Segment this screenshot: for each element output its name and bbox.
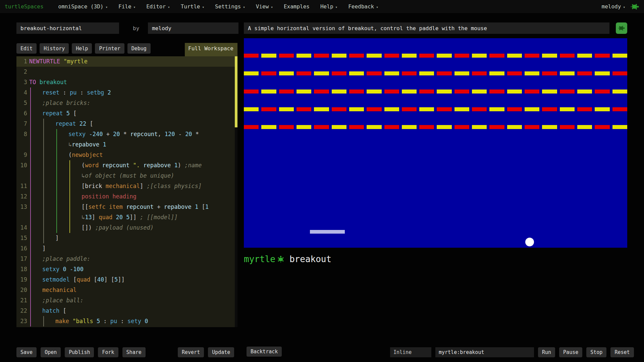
open-button[interactable]: Open: [41, 347, 61, 357]
code-line-11[interactable]: 11[brick mechanical] ;[class physics]: [16, 181, 235, 191]
pause-button[interactable]: Pause: [559, 347, 582, 357]
code-line-2[interactable]: 2: [16, 67, 235, 77]
ball: [525, 238, 534, 246]
code-line-16[interactable]: 16]: [16, 243, 235, 254]
tab-printer[interactable]: Printer: [95, 43, 124, 54]
brick: [332, 89, 346, 94]
code-line-18[interactable]: 18setxy 0 -100: [16, 264, 235, 275]
brick: [384, 54, 399, 58]
stop-button[interactable]: Stop: [586, 347, 606, 357]
code-line-1[interactable]: 1NEWTURTLE "myrtle: [16, 56, 235, 67]
brick: [332, 54, 346, 58]
by-label: by: [133, 25, 139, 32]
brick: [560, 107, 575, 111]
tab-history[interactable]: History: [40, 43, 69, 54]
brick: [437, 71, 451, 75]
chevron-down-icon: ▾: [243, 5, 245, 9]
code-line-6[interactable]: 6repeat 5 [: [16, 108, 235, 119]
code-line-5[interactable]: 5;place bricks:: [16, 98, 235, 108]
scrollbar-thumb[interactable]: [235, 56, 237, 127]
code-line-13[interactable]: 13[[setfc item repcount + repabove 1 [1↳…: [16, 202, 235, 223]
chevron-down-icon: ▾: [168, 5, 170, 9]
indent-guide: [30, 223, 31, 233]
tab-edit[interactable]: Edit: [16, 43, 37, 54]
target-procedure-input[interactable]: [435, 347, 534, 357]
code-line-10[interactable]: 10(word repcount ". repabove 1) ;name↳of…: [16, 160, 235, 181]
brick: [454, 89, 469, 94]
revert-button[interactable]: Revert: [178, 347, 204, 357]
brick: [472, 107, 487, 111]
brick: [560, 54, 575, 58]
main-menu: omniSpace (3D)▾File▾Editor▾Turtle▾Settin…: [58, 3, 378, 10]
code-line-23[interactable]: 23make "balls 5 : pu : sety 0: [16, 316, 235, 326]
project-title-input[interactable]: [16, 22, 119, 34]
wrap-arrow-icon: ↳: [82, 172, 85, 179]
tab-debug[interactable]: Debug: [127, 43, 151, 54]
menu-item-feedback[interactable]: Feedback▾: [348, 3, 378, 10]
menu-item-settings[interactable]: Settings▾: [215, 3, 245, 10]
brand-logo[interactable]: turtleSpaces: [5, 3, 44, 10]
code-line-4[interactable]: 4reset : pu : setbg 2: [16, 87, 235, 98]
menu-item-examples[interactable]: Examples: [284, 3, 310, 10]
brick: [560, 71, 575, 75]
menu-item-help[interactable]: Help▾: [320, 3, 337, 10]
indent-guide: [30, 295, 31, 306]
description-input[interactable]: [244, 22, 609, 34]
indent-guide: [43, 119, 44, 129]
reset-button[interactable]: Reset: [610, 347, 634, 357]
code-line-20[interactable]: 20mechanical: [16, 285, 235, 295]
code-line-17[interactable]: 17;place paddle:: [16, 254, 235, 264]
game-canvas[interactable]: [244, 38, 627, 248]
brick: [577, 107, 592, 111]
code-line-3[interactable]: 3TO breakout: [16, 77, 235, 87]
menu-item-editor[interactable]: Editor▾: [146, 3, 170, 10]
menu-item-omnispace-3d[interactable]: omniSpace (3D)▾: [58, 3, 108, 10]
share-button[interactable]: Share: [122, 347, 146, 357]
brick: [560, 89, 575, 94]
brick: [314, 54, 329, 58]
menu-item-turtle[interactable]: Turtle▾: [181, 3, 204, 10]
brick: [437, 125, 451, 129]
code-line-9[interactable]: 9(newobject: [16, 150, 235, 160]
backtrack-button[interactable]: Backtrack: [247, 347, 282, 357]
save-button[interactable]: Save: [16, 347, 37, 357]
brick: [332, 71, 346, 75]
menu-item-view[interactable]: View▾: [256, 3, 273, 10]
brick: [261, 125, 276, 129]
code-line-12[interactable]: 12position heading: [16, 191, 235, 202]
line-number: 2: [16, 67, 27, 77]
run-button[interactable]: Run: [538, 347, 555, 357]
brick: [349, 89, 364, 94]
user-name-label: melody: [602, 3, 621, 10]
code-line-19[interactable]: 19setmodel [quad [40] [5]]: [16, 275, 235, 285]
brick: [525, 107, 539, 111]
code-line-8[interactable]: 8setxy -240 + 20 * repcount, 120 - 20 * …: [16, 129, 235, 150]
tab-full-workspace[interactable]: Full Workspace: [185, 43, 237, 56]
indent-guide: [69, 181, 70, 191]
code-line-21[interactable]: 21;place ball:: [16, 295, 235, 306]
line-number: 12: [16, 191, 27, 202]
brick-row: [244, 107, 627, 111]
brick: [595, 71, 609, 75]
line-number: 11: [16, 181, 27, 191]
indent-guide: [56, 160, 57, 181]
code-line-7[interactable]: 7repeat 22 [: [16, 119, 235, 129]
user-menu-button[interactable]: melody▾: [602, 3, 625, 10]
brick-row: [244, 54, 627, 58]
update-button[interactable]: Update: [208, 347, 234, 357]
brick: [577, 125, 592, 129]
tab-help[interactable]: Help: [72, 43, 92, 54]
brick: [595, 89, 609, 94]
run-turtle-button[interactable]: [616, 22, 627, 34]
line-number: 23: [16, 316, 27, 326]
fork-button[interactable]: Fork: [98, 347, 118, 357]
code-editor[interactable]: 1NEWTURTLE "myrtle23TO breakout4reset : …: [16, 56, 237, 327]
publish-button[interactable]: Publish: [65, 347, 94, 357]
author-input[interactable]: [148, 22, 238, 34]
inline-select[interactable]: Inline: [390, 347, 431, 357]
code-line-14[interactable]: 14[]) ;payload (unused): [16, 223, 235, 233]
code-line-15[interactable]: 15]: [16, 233, 235, 243]
code-line-22[interactable]: 22hatch [: [16, 306, 235, 316]
editor-scrollbar[interactable]: [235, 56, 237, 327]
menu-item-file[interactable]: File▾: [118, 3, 136, 10]
